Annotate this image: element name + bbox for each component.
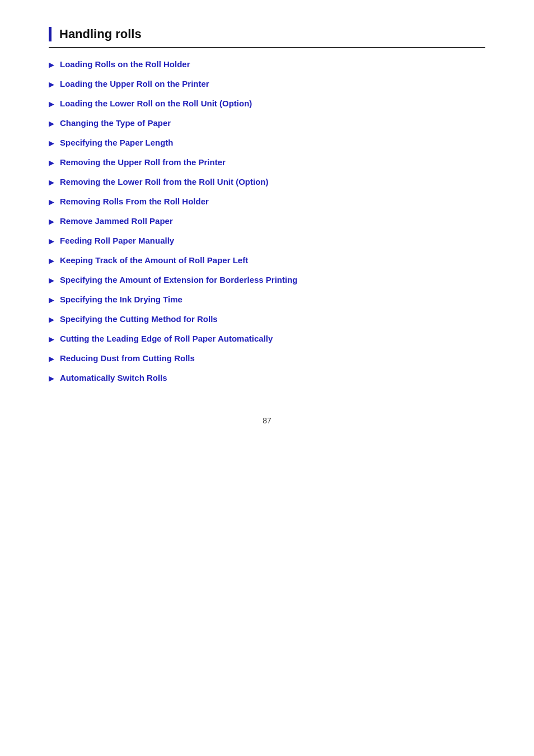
- link-8[interactable]: Removing Rolls From the Roll Holder: [60, 197, 209, 206]
- list-item: ▶Removing Rolls From the Roll Holder: [49, 197, 485, 206]
- link-17[interactable]: Automatically Switch Rolls: [60, 373, 167, 382]
- list-item: ▶Remove Jammed Roll Paper: [49, 216, 485, 226]
- arrow-icon: ▶: [49, 256, 54, 265]
- link-10[interactable]: Feeding Roll Paper Manually: [60, 236, 174, 245]
- list-item: ▶Reducing Dust from Cutting Rolls: [49, 353, 485, 363]
- section-header: Handling rolls: [49, 27, 485, 48]
- arrow-icon: ▶: [49, 178, 54, 186]
- arrow-icon: ▶: [49, 335, 54, 343]
- page-container: Handling rolls ▶Loading Rolls on the Rol…: [26, 0, 508, 452]
- arrow-icon: ▶: [49, 217, 54, 226]
- list-item: ▶Cutting the Leading Edge of Roll Paper …: [49, 334, 485, 343]
- list-item: ▶Loading the Upper Roll on the Printer: [49, 79, 485, 88]
- header-accent-bar: [49, 27, 51, 41]
- link-5[interactable]: Specifying the Paper Length: [60, 138, 174, 147]
- list-item: ▶Specifying the Ink Drying Time: [49, 295, 485, 304]
- list-item: ▶Removing the Lower Roll from the Roll U…: [49, 177, 485, 186]
- arrow-icon: ▶: [49, 158, 54, 167]
- link-3[interactable]: Loading the Lower Roll on the Roll Unit …: [60, 99, 252, 108]
- link-list: ▶Loading Rolls on the Roll Holder▶Loadin…: [49, 59, 485, 382]
- list-item: ▶Specifying the Amount of Extension for …: [49, 275, 485, 284]
- list-item: ▶Automatically Switch Rolls: [49, 373, 485, 382]
- list-item: ▶Removing the Upper Roll from the Printe…: [49, 157, 485, 167]
- arrow-icon: ▶: [49, 276, 54, 284]
- list-item: ▶Feeding Roll Paper Manually: [49, 236, 485, 245]
- arrow-icon: ▶: [49, 119, 54, 128]
- arrow-icon: ▶: [49, 296, 54, 304]
- arrow-icon: ▶: [49, 354, 54, 363]
- arrow-icon: ▶: [49, 237, 54, 245]
- link-11[interactable]: Keeping Track of the Amount of Roll Pape…: [60, 255, 248, 265]
- page-title: Handling rolls: [59, 27, 142, 41]
- link-12[interactable]: Specifying the Amount of Extension for B…: [60, 275, 297, 284]
- list-item: ▶Loading Rolls on the Roll Holder: [49, 59, 485, 69]
- arrow-icon: ▶: [49, 80, 54, 88]
- link-4[interactable]: Changing the Type of Paper: [60, 118, 171, 128]
- link-7[interactable]: Removing the Lower Roll from the Roll Un…: [60, 177, 268, 186]
- arrow-icon: ▶: [49, 315, 54, 324]
- link-9[interactable]: Remove Jammed Roll Paper: [60, 216, 173, 226]
- arrow-icon: ▶: [49, 374, 54, 382]
- link-16[interactable]: Reducing Dust from Cutting Rolls: [60, 353, 195, 363]
- arrow-icon: ▶: [49, 139, 54, 147]
- arrow-icon: ▶: [49, 198, 54, 206]
- list-item: ▶Specifying the Paper Length: [49, 138, 485, 147]
- link-14[interactable]: Specifying the Cutting Method for Rolls: [60, 314, 218, 324]
- arrow-icon: ▶: [49, 60, 54, 69]
- link-15[interactable]: Cutting the Leading Edge of Roll Paper A…: [60, 334, 273, 343]
- list-item: ▶Specifying the Cutting Method for Rolls: [49, 314, 485, 324]
- link-13[interactable]: Specifying the Ink Drying Time: [60, 295, 182, 304]
- page-number: 87: [49, 416, 485, 425]
- arrow-icon: ▶: [49, 100, 54, 108]
- link-2[interactable]: Loading the Upper Roll on the Printer: [60, 79, 209, 88]
- link-6[interactable]: Removing the Upper Roll from the Printer: [60, 157, 226, 167]
- link-1[interactable]: Loading Rolls on the Roll Holder: [60, 59, 190, 69]
- list-item: ▶Keeping Track of the Amount of Roll Pap…: [49, 255, 485, 265]
- list-item: ▶Changing the Type of Paper: [49, 118, 485, 128]
- list-item: ▶Loading the Lower Roll on the Roll Unit…: [49, 99, 485, 108]
